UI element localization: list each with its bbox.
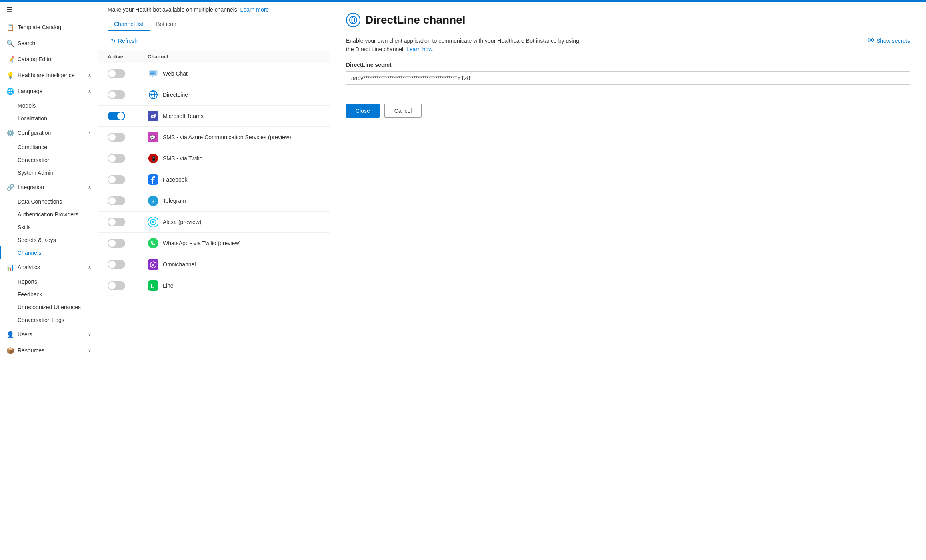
toggle-facebook[interactable] <box>108 175 125 184</box>
search-label: Search <box>18 40 91 46</box>
sidebar-item-users[interactable]: 👤Users∨ <box>0 326 98 342</box>
sidebar-item-resources[interactable]: 📦Resources∨ <box>0 342 98 358</box>
sidebar-item-configuration[interactable]: ⚙️Configuration∧ <box>0 125 98 141</box>
channel-toolbar: ↻ Refresh <box>98 31 330 50</box>
sms-twilio-label: SMS - via Twilio <box>163 155 202 162</box>
channel-table: Web Chat DirectLine T Microsoft Teams 💬 … <box>98 63 330 560</box>
configuration-label: Configuration <box>18 130 85 136</box>
integration-label: Integration <box>18 184 85 190</box>
top-accent-bar <box>0 0 926 2</box>
learn-more-link[interactable]: Learn more <box>240 6 269 13</box>
sidebar-item-healthcare-intelligence[interactable]: 💡Healthcare Intelligence∧ <box>0 67 98 83</box>
tab-bot-icon[interactable]: Bot icon <box>150 18 183 31</box>
configuration-chevron: ∧ <box>88 130 91 136</box>
main-area: Make your Health bot available on multip… <box>98 0 926 560</box>
microsoft-teams-label: Microsoft Teams <box>163 113 204 119</box>
microsoft-teams-icon: T <box>148 110 159 122</box>
sidebar-item-analytics[interactable]: 📊Analytics∧ <box>0 259 98 275</box>
line-icon: L <box>148 280 159 291</box>
toggle-telegram[interactable] <box>108 196 125 205</box>
channel-table-header: Active Channel <box>98 50 330 63</box>
sidebar-subitem-skills[interactable]: Skills <box>0 221 98 234</box>
sidebar-subitem-localization[interactable]: Localization <box>0 112 98 125</box>
sidebar-subitem-unrecognized-utterances[interactable]: Unrecognized Utterances <box>0 301 98 314</box>
sidebar-subitem-feedback[interactable]: Feedback <box>0 288 98 301</box>
close-button[interactable]: Close <box>346 104 380 118</box>
telegram-label: Telegram <box>163 198 186 204</box>
svg-point-17 <box>152 221 154 223</box>
channel-row-microsoft-teams: T Microsoft Teams <box>98 106 330 127</box>
channel-tabs: Channel listBot icon <box>108 18 320 31</box>
eye-icon <box>868 37 874 44</box>
line-label: Line <box>163 282 173 289</box>
facebook-icon <box>148 174 159 185</box>
cancel-button[interactable]: Cancel <box>384 104 422 118</box>
sidebar-subitem-channels[interactable]: Channels <box>0 246 98 259</box>
language-icon: 🌐 <box>6 87 14 95</box>
toggle-sms-twilio[interactable] <box>108 154 125 163</box>
toggle-sms-azure[interactable] <box>108 133 125 142</box>
toggle-web-chat[interactable] <box>108 69 125 78</box>
integration-chevron: ∧ <box>88 185 91 190</box>
template-catalog-label: Template Catalog <box>18 24 91 30</box>
sidebar-subitem-conversation-logs[interactable]: Conversation Logs <box>0 314 98 326</box>
sidebar-subitem-conversation[interactable]: Conversation <box>0 154 98 166</box>
sidebar-subitem-system-admin[interactable]: System Admin <box>0 166 98 179</box>
svg-text:📱: 📱 <box>151 156 157 162</box>
toggle-line[interactable] <box>108 281 125 290</box>
healthcare-intelligence-chevron: ∧ <box>88 73 91 78</box>
telegram-icon <box>148 195 159 206</box>
sidebar-item-language[interactable]: 🌐Language∧ <box>0 83 98 99</box>
language-label: Language <box>18 88 85 94</box>
integration-icon: 🔗 <box>6 183 14 191</box>
omnichannel-label: Omnichannel <box>163 261 196 268</box>
resources-chevron: ∨ <box>88 348 91 353</box>
header-active: Active <box>108 54 148 60</box>
toggle-microsoft-teams[interactable] <box>108 112 125 120</box>
alexa-icon <box>148 216 159 228</box>
sidebar-nav: 📋Template Catalog🔍Search📝Catalog Editor💡… <box>0 19 98 560</box>
svg-point-18 <box>148 238 158 248</box>
channel-row-whatsapp: WhatsApp - via Twilio (preview) <box>98 233 330 254</box>
toggle-whatsapp[interactable] <box>108 239 125 248</box>
sidebar-subitem-reports[interactable]: Reports <box>0 275 98 288</box>
sidebar-subitem-models[interactable]: Models <box>0 99 98 112</box>
sidebar-item-catalog-editor[interactable]: 📝Catalog Editor <box>0 51 98 67</box>
analytics-label: Analytics <box>18 264 85 270</box>
sidebar-subitem-authentication-providers[interactable]: Authentication Providers <box>0 208 98 221</box>
tab-channel-list[interactable]: Channel list <box>108 18 150 31</box>
sidebar-item-search[interactable]: 🔍Search <box>0 35 98 51</box>
toggle-omnichannel[interactable] <box>108 260 125 269</box>
channel-name-sms-azure: 💬 SMS - via Azure Communication Services… <box>148 132 320 143</box>
show-secrets-button[interactable]: Show secrets <box>868 37 910 44</box>
whatsapp-icon <box>148 238 159 249</box>
refresh-button[interactable]: ↻ Refresh <box>108 36 141 46</box>
sidebar-subitem-compliance[interactable]: Compliance <box>0 141 98 154</box>
directline-description-row: Enable your own client application to co… <box>346 37 910 54</box>
learn-how-link[interactable]: Learn how. <box>406 46 434 52</box>
channel-name-whatsapp: WhatsApp - via Twilio (preview) <box>148 238 320 249</box>
resources-label: Resources <box>18 347 85 354</box>
healthcare-intelligence-label: Healthcare Intelligence <box>18 72 85 78</box>
configuration-icon: ⚙️ <box>6 129 14 137</box>
header-channel: Channel <box>148 54 320 60</box>
analytics-icon: 📊 <box>6 263 14 271</box>
sidebar-subitem-secrets-keys[interactable]: Secrets & Keys <box>0 234 98 246</box>
toggle-directline[interactable] <box>108 90 125 99</box>
channel-panel-header: Make your Health bot available on multip… <box>98 0 330 31</box>
channel-name-web-chat: Web Chat <box>148 68 320 79</box>
directline-title-text: DirectLine channel <box>365 14 466 26</box>
hamburger-icon[interactable]: ☰ <box>6 5 13 14</box>
sidebar-subitem-data-connections[interactable]: Data Connections <box>0 195 98 208</box>
catalog-editor-label: Catalog Editor <box>18 56 91 62</box>
channel-row-sms-twilio: 📱 SMS - via Twilio <box>98 148 330 169</box>
sidebar-item-integration[interactable]: 🔗Integration∧ <box>0 179 98 195</box>
healthcare-intelligence-icon: 💡 <box>6 71 14 79</box>
sidebar-item-template-catalog[interactable]: 📋Template Catalog <box>0 19 98 35</box>
channel-name-sms-twilio: 📱 SMS - via Twilio <box>148 153 320 164</box>
svg-point-14 <box>148 196 158 206</box>
search-icon: 🔍 <box>6 39 14 47</box>
sidebar: ☰ 📋Template Catalog🔍Search📝Catalog Edito… <box>0 0 98 560</box>
directline-secret-input[interactable] <box>346 71 910 85</box>
toggle-alexa[interactable] <box>108 218 125 226</box>
